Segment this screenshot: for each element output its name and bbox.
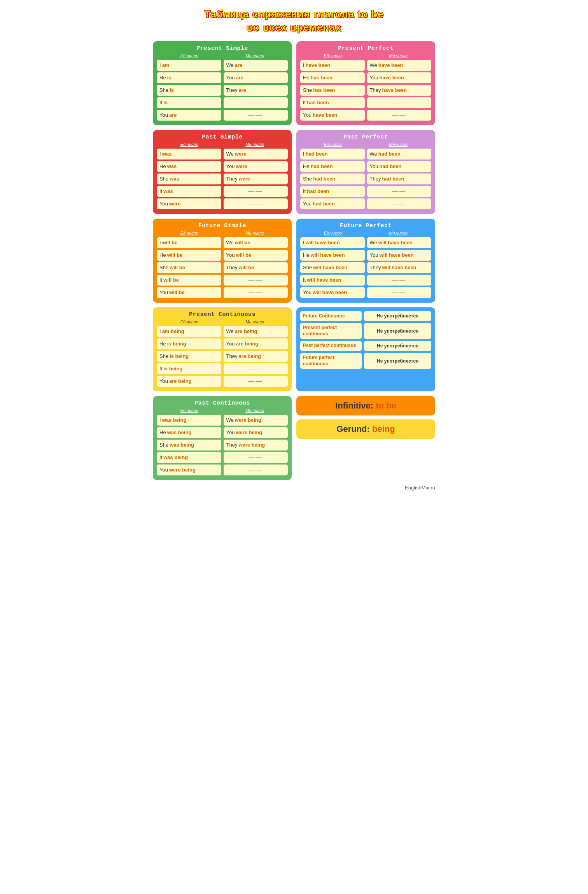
table-row: I am being (157, 326, 221, 337)
not-used-value: Не употребляется (364, 323, 431, 339)
ps-plur-header: Мн.число (245, 53, 264, 58)
table-row: You will have been (300, 287, 365, 298)
table-row: —— (224, 452, 288, 463)
table-row: I had been (300, 149, 365, 160)
gerund-box: Gerund: being (296, 419, 435, 439)
table-row: They were being (224, 440, 288, 451)
table-row: You had been (300, 198, 365, 209)
future-perfect-box: Future Perfect Ед.число Мн.число I will … (296, 219, 435, 303)
table-row: She has been (300, 85, 365, 96)
table-row: —— (367, 198, 432, 209)
table-row: I will be (157, 237, 221, 248)
ps-sing-header: Ед.число (180, 53, 198, 58)
table-row: —— (224, 110, 288, 121)
infinitive-box: Infinitive: to be (296, 396, 435, 415)
table-row: You were (157, 198, 221, 209)
not-used-value: Не употребляется (364, 353, 431, 369)
table-row: They will have been (367, 262, 432, 273)
table-row: We are being (224, 326, 288, 337)
table-row: You are (157, 110, 221, 121)
table-row: It is being (157, 363, 221, 374)
table-row: He had been (300, 161, 365, 172)
table-row: —— (367, 97, 432, 108)
present-simple-title: Present Simple (157, 45, 288, 52)
gerund-value: being (372, 424, 395, 434)
table-row: You had been (367, 161, 432, 172)
table-row: He will have been (300, 250, 365, 261)
table-row: We have been (367, 60, 432, 71)
future-perfect-title: Future Perfect (300, 223, 431, 229)
table-row: It was (157, 186, 221, 197)
table-row: She will be (157, 262, 221, 273)
table-row: —— (224, 287, 288, 298)
table-row: She was being (157, 440, 221, 451)
not-used-value: Не употребляется (364, 311, 431, 321)
table-row: —— (224, 198, 288, 209)
list-item: Present perfect continuous Не употребляе… (300, 323, 431, 339)
not-used-value: Не употребляется (364, 341, 431, 351)
infinitive-label: Infinitive: (335, 401, 373, 410)
infinitive-gerund-area: Infinitive: to be Gerund: being (296, 396, 435, 480)
table-row: I was (157, 149, 221, 160)
table-row: —— (224, 376, 288, 387)
table-row: We had been (367, 149, 432, 160)
table-row: She will have been (300, 262, 365, 273)
table-row: He has been (300, 72, 365, 83)
table-row: You are (224, 72, 288, 83)
past-continuous-title: Past Continuous (157, 400, 288, 407)
table-row: You will be (224, 250, 288, 261)
table-row: You are being (224, 338, 288, 349)
future-simple-title: Future Simple (157, 223, 288, 229)
table-row: She was (157, 174, 221, 184)
present-continuous-box: Present Continuous Ед.число Мн.число I a… (153, 307, 292, 391)
table-row: He was being (157, 427, 221, 438)
table-row: She had been (300, 174, 365, 184)
table-row: He will be (157, 250, 221, 261)
present-continuous-title: Present Continuous (157, 311, 288, 318)
list-item: Future perfect continuous Не употребляет… (300, 353, 431, 369)
list-item: Future Continuous Не употребляется (300, 311, 431, 321)
past-perfect-box: Past Perfect Ед.число Мн.число I had bee… (296, 130, 435, 214)
not-used-label: Present perfect continuous (300, 323, 362, 339)
list-item: Past perfect continuous Не употребляется (300, 341, 431, 351)
present-perfect-title: Present Perfect (300, 45, 431, 52)
table-row: He is (157, 72, 221, 83)
table-row: —— (367, 110, 432, 121)
table-row: She is (157, 85, 221, 96)
table-row: I have been (300, 60, 365, 71)
table-row: They have been (367, 85, 432, 96)
past-continuous-box: Past Continuous Ед.число Мн.число I was … (153, 396, 292, 480)
table-row: It will be (157, 275, 221, 286)
table-row: —— (224, 363, 288, 374)
table-row: You have been (300, 110, 365, 121)
table-row: —— (224, 97, 288, 108)
not-used-label: Past perfect continuous (300, 341, 362, 351)
table-row: —— (367, 186, 432, 197)
table-row: It has been (300, 97, 365, 108)
table-row: We will be (224, 237, 288, 248)
table-row: I am (157, 60, 221, 71)
table-row: It was being (157, 452, 221, 463)
present-simple-box: Present Simple Ед.число Мн.число I amHe … (153, 41, 292, 125)
table-row: You were being (224, 427, 288, 438)
not-used-box: Future Continuous Не употребляется Prese… (296, 307, 435, 391)
table-row: You are being (157, 376, 221, 387)
table-row: He was (157, 161, 221, 172)
infinitive-value: to be (376, 401, 396, 410)
future-simple-box: Future Simple Ед.число Мн.число I will b… (153, 219, 292, 303)
table-row: We will have been (367, 237, 432, 248)
page-title: Таблица спряжения глагола to be во всех … (153, 8, 435, 34)
pp-sing-header: Ед.число (324, 53, 342, 58)
table-row: They are being (224, 351, 288, 362)
past-perfect-title: Past Perfect (300, 134, 431, 140)
table-row: You will be (157, 287, 221, 298)
table-row: You were being (157, 465, 221, 475)
table-row: We were (224, 149, 288, 160)
table-row: —— (224, 186, 288, 197)
not-used-label: Future perfect continuous (300, 353, 362, 369)
table-row: He is being (157, 338, 221, 349)
table-row: —— (367, 287, 432, 298)
table-row: —— (367, 275, 432, 286)
table-row: They had been (367, 174, 432, 184)
table-row: We were being (224, 415, 288, 426)
